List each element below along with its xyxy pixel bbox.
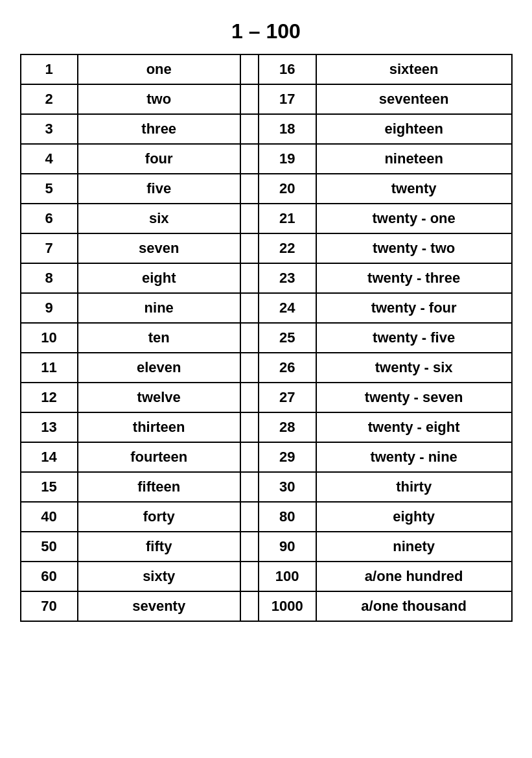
table-row: 70seventy1000a/one thousand <box>21 591 512 621</box>
table-row: 15fifteen30thirty <box>21 472 512 502</box>
divider <box>240 442 259 472</box>
table-row: 2two17seventeen <box>21 84 512 114</box>
word-left: one <box>78 54 240 84</box>
word-right: twenty - nine <box>316 442 512 472</box>
number-left: 50 <box>21 532 78 562</box>
word-right: eighteen <box>316 114 512 144</box>
number-left: 15 <box>21 472 78 502</box>
word-left: eleven <box>78 353 240 383</box>
word-left: five <box>78 174 240 204</box>
number-left: 10 <box>21 323 78 353</box>
number-left: 11 <box>21 353 78 383</box>
number-left: 2 <box>21 84 78 114</box>
number-left: 8 <box>21 263 78 293</box>
table-row: 8eight23twenty - three <box>21 263 512 293</box>
number-left: 12 <box>21 383 78 412</box>
number-right: 18 <box>259 114 316 144</box>
word-left: ten <box>78 323 240 353</box>
number-right: 30 <box>259 472 316 502</box>
number-right: 90 <box>259 532 316 562</box>
table-row: 4four19nineteen <box>21 144 512 174</box>
number-left: 14 <box>21 442 78 472</box>
number-right: 29 <box>259 442 316 472</box>
table-row: 14fourteen29twenty - nine <box>21 442 512 472</box>
divider <box>240 233 259 263</box>
number-left: 70 <box>21 591 78 621</box>
word-right: nineteen <box>316 144 512 174</box>
number-left: 1 <box>21 54 78 84</box>
word-right: seventeen <box>316 84 512 114</box>
word-left: thirteen <box>78 412 240 442</box>
divider <box>240 144 259 174</box>
number-right: 20 <box>259 174 316 204</box>
number-right: 27 <box>259 383 316 412</box>
number-right: 25 <box>259 323 316 353</box>
number-left: 4 <box>21 144 78 174</box>
number-left: 3 <box>21 114 78 144</box>
word-left: nine <box>78 293 240 323</box>
number-right: 26 <box>259 353 316 383</box>
table-row: 10ten25twenty - five <box>21 323 512 353</box>
word-left: fourteen <box>78 442 240 472</box>
number-left: 9 <box>21 293 78 323</box>
number-left: 5 <box>21 174 78 204</box>
table-row: 6six21twenty - one <box>21 204 512 233</box>
divider <box>240 502 259 532</box>
number-right: 21 <box>259 204 316 233</box>
page-title: 1 – 100 <box>231 19 301 43</box>
divider <box>240 412 259 442</box>
word-left: forty <box>78 502 240 532</box>
table-row: 1one16sixteen <box>21 54 512 84</box>
number-left: 7 <box>21 233 78 263</box>
divider <box>240 472 259 502</box>
divider <box>240 383 259 412</box>
table-row: 11eleven26twenty - six <box>21 353 512 383</box>
divider <box>240 84 259 114</box>
number-right: 28 <box>259 412 316 442</box>
word-right: twenty - three <box>316 263 512 293</box>
divider <box>240 353 259 383</box>
divider <box>240 591 259 621</box>
number-right: 24 <box>259 293 316 323</box>
word-right: sixteen <box>316 54 512 84</box>
word-right: eighty <box>316 502 512 532</box>
table-row: 60sixty100a/one hundred <box>21 562 512 591</box>
table-row: 13thirteen28twenty - eight <box>21 412 512 442</box>
divider <box>240 532 259 562</box>
number-right: 19 <box>259 144 316 174</box>
word-left: seven <box>78 233 240 263</box>
divider <box>240 174 259 204</box>
number-left: 60 <box>21 562 78 591</box>
table-row: 7seven22twenty - two <box>21 233 512 263</box>
word-right: twenty - eight <box>316 412 512 442</box>
word-right: twenty - five <box>316 323 512 353</box>
word-right: a/one hundred <box>316 562 512 591</box>
word-right: twenty - four <box>316 293 512 323</box>
word-right: thirty <box>316 472 512 502</box>
word-right: twenty - one <box>316 204 512 233</box>
word-left: fifty <box>78 532 240 562</box>
word-right: twenty <box>316 174 512 204</box>
word-right: twenty - seven <box>316 383 512 412</box>
number-left: 40 <box>21 502 78 532</box>
word-left: sixty <box>78 562 240 591</box>
number-left: 13 <box>21 412 78 442</box>
number-left: 6 <box>21 204 78 233</box>
number-right: 16 <box>259 54 316 84</box>
number-right: 1000 <box>259 591 316 621</box>
number-right: 80 <box>259 502 316 532</box>
divider <box>240 293 259 323</box>
divider <box>240 263 259 293</box>
word-left: four <box>78 144 240 174</box>
word-left: three <box>78 114 240 144</box>
divider <box>240 323 259 353</box>
table-row: 12twelve27twenty - seven <box>21 383 512 412</box>
word-left: six <box>78 204 240 233</box>
number-right: 22 <box>259 233 316 263</box>
word-right: ninety <box>316 532 512 562</box>
number-right: 23 <box>259 263 316 293</box>
table-row: 5five20twenty <box>21 174 512 204</box>
word-left: eight <box>78 263 240 293</box>
word-right: twenty - six <box>316 353 512 383</box>
word-right: twenty - two <box>316 233 512 263</box>
